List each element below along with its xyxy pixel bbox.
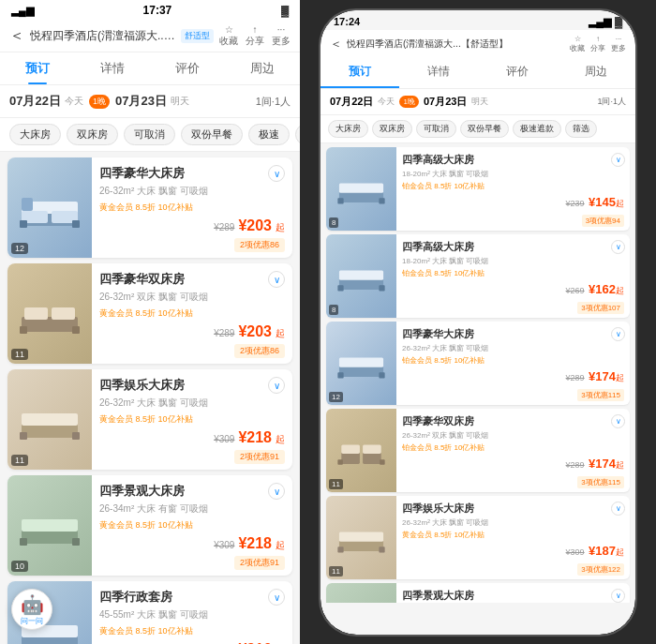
filter-double-bed[interactable]: 大床房 — [9, 124, 61, 145]
rp-img-num-2: 8 — [329, 305, 338, 315]
rp-room-card-4[interactable]: 11 ∨ 四季豪华双床房 26-32m² 双床 飘窗 可吸烟 铂金会员 8.5折… — [326, 409, 630, 492]
rp-filter-cancel[interactable]: 可取消 — [416, 120, 456, 138]
rp-tab-nearby[interactable]: 周边 — [557, 57, 635, 88]
price-unit-3: 起 — [276, 433, 285, 446]
rp-promo-2: 3项优惠107 — [577, 302, 624, 314]
ai-robot-icon: 🤖 — [21, 593, 44, 616]
rp-more-btn[interactable]: ··· 更多 — [611, 35, 626, 53]
rp-info-4: ∨ 四季豪华双床房 26-32m² 双床 飘窗 可吸烟 铂金会员 8.5折 10… — [396, 409, 630, 492]
share-button[interactable]: ↑ 分享 — [246, 24, 264, 48]
tab-details[interactable]: 详情 — [75, 52, 150, 84]
rp-share-label: 分享 — [590, 43, 605, 53]
room-desc-2: 26-32m² 双床 飘窗 可吸烟 — [99, 291, 285, 304]
tab-reviews[interactable]: 评价 — [150, 52, 225, 84]
room-card-4[interactable]: 10 ∨ 四季景观大床房 26-34m² 大床 有窗 可吸烟 黄金会员 8.5折… — [7, 475, 292, 576]
filter-more[interactable]: 筛选 — [295, 124, 300, 145]
rp-filter-more[interactable]: 筛选 — [565, 120, 597, 138]
rp-orig-1: ¥239 — [566, 199, 585, 208]
rp-expand-2[interactable]: ∨ — [611, 240, 625, 254]
room-card-3[interactable]: 11 ∨ 四季娱乐大床房 26-32m² 大床 飘窗 可吸烟 黄金会员 8.5折… — [7, 369, 292, 470]
price-unit-1: 起 — [276, 221, 285, 234]
svg-rect-8 — [24, 307, 48, 320]
ask-float-button[interactable]: 🤖 问一问 — [11, 589, 52, 630]
rp-room-card-5[interactable]: 11 ∨ 四季娱乐大床房 26-32m² 大床 飘窗 可吸烟 黄金会员 8.5折… — [326, 496, 630, 579]
svg-rect-10 — [20, 326, 27, 334]
more-button[interactable]: ··· 更多 — [272, 24, 291, 48]
rp-suffix-5: 起 — [616, 547, 624, 557]
rp-time: 17:24 — [334, 16, 360, 28]
collect-button[interactable]: ☆ 收藏 — [219, 24, 238, 48]
expand-icon-1[interactable]: ∨ — [268, 165, 285, 182]
rp-tab-reviews[interactable]: 评价 — [478, 57, 557, 88]
tab-booking[interactable]: 预订 — [0, 52, 75, 84]
price-row-3: ¥309 ¥218 起 — [99, 429, 285, 446]
filter-fast[interactable]: 极速 — [248, 124, 290, 145]
svg-rect-30 — [337, 285, 343, 291]
svg-rect-43 — [339, 532, 383, 542]
phone-screen: 17:24 ▂▄▆ ▓ ＜ 悦程四季酒店(渭澶福源大...【舒适型】 ☆ 收藏 … — [321, 10, 635, 635]
filter-breakfast[interactable]: 双份早餐 — [181, 124, 243, 145]
room-card-1[interactable]: 12 ∨ 四季豪华大床房 26-32m² 大床 飘窗 可吸烟 黄金会员 8.5折… — [7, 157, 292, 258]
rp-name-3: 四季豪华大床房 — [402, 327, 624, 341]
checkin-block[interactable]: 07月22日 今天 — [9, 93, 83, 110]
member-info-2: 黄金会员 8.5折 10亿补贴 — [99, 307, 285, 320]
svg-rect-40 — [337, 459, 343, 465]
original-price-2: ¥289 — [214, 328, 234, 338]
filter-twin-bed[interactable]: 双床房 — [67, 124, 118, 145]
svg-rect-15 — [72, 432, 80, 440]
room-name-4: 四季景观大床房 — [99, 483, 285, 500]
checkout-block[interactable]: 07月23日 明天 — [115, 93, 189, 110]
member-info-5: 黄金会员 8.5折 10亿补贴 — [99, 625, 285, 637]
rp-room-card-1[interactable]: 8 ∨ 四季高级大床房 18-20m² 大床 飘窗 可吸烟 铂金会员 8.5折 … — [326, 147, 630, 231]
current-price-2: ¥203 — [238, 323, 272, 340]
rp-tab-details[interactable]: 详情 — [399, 57, 478, 88]
svg-rect-34 — [337, 372, 343, 378]
status-bar: ▂▄▆ 17:37 ▓ — [0, 0, 300, 19]
room-image-2: 11 — [7, 263, 92, 364]
room-num-badge-1: 12 — [11, 243, 28, 254]
rp-filter-twin[interactable]: 双床房 — [372, 120, 412, 138]
filter-cancellable[interactable]: 可取消 — [124, 124, 175, 145]
status-left: ▂▄▆ — [11, 5, 34, 17]
rp-collect-btn[interactable]: ☆ 收藏 — [570, 35, 585, 53]
svg-rect-36 — [341, 452, 360, 464]
room-info-2: ∨ 四季豪华双床房 26-32m² 双床 飘窗 可吸烟 黄金会员 8.5折 10… — [92, 263, 292, 364]
room-num-badge-2: 11 — [11, 349, 28, 360]
rp-suffix-3: 起 — [616, 373, 624, 382]
rp-expand-1[interactable]: ∨ — [611, 153, 625, 167]
rp-img-num-1: 8 — [329, 217, 338, 228]
rp-more-label: 更多 — [611, 43, 626, 53]
room-list: 12 ∨ 四季豪华大床房 26-32m² 大床 飘窗 可吸烟 黄金会员 8.5折… — [0, 152, 300, 644]
rp-promo-4: 3项优惠115 — [577, 476, 624, 488]
rp-header-actions: ☆ 收藏 ↑ 分享 ··· 更多 — [570, 35, 626, 53]
rp-filter-double-bed[interactable]: 大床房 — [328, 120, 368, 138]
rp-filter-fast[interactable]: 极速遮款 — [513, 120, 561, 138]
original-price-4: ¥309 — [214, 540, 234, 550]
expand-icon-5[interactable]: ∨ — [268, 589, 285, 606]
tab-nearby[interactable]: 周边 — [225, 52, 300, 84]
rp-back-button[interactable]: ＜ — [330, 36, 342, 52]
expand-icon-4[interactable]: ∨ — [268, 483, 285, 500]
rp-expand-4[interactable]: ∨ — [611, 414, 625, 428]
expand-icon-3[interactable]: ∨ — [268, 377, 285, 394]
rp-img-num-5: 11 — [329, 566, 343, 577]
rp-room-card-6[interactable]: 10 ∨ 四季景观大床房 26-34m² 大床 有窗 可吸烟 黄金会员 8.5折… — [326, 583, 630, 603]
rp-filter-breakfast[interactable]: 双份早餐 — [460, 120, 509, 138]
back-button[interactable]: ＜ — [9, 26, 24, 46]
rp-expand-3[interactable]: ∨ — [611, 327, 625, 341]
rp-curr-3: ¥174 — [589, 369, 616, 383]
rp-share-btn[interactable]: ↑ 分享 — [590, 35, 605, 53]
rp-tab-booking[interactable]: 预订 — [321, 57, 399, 88]
current-price-4: ¥218 — [238, 535, 272, 552]
rp-suffix-4: 起 — [616, 460, 624, 470]
rp-room-card-2[interactable]: 8 ∨ 四季高级大床房 18-20m² 大床 飘窗 可吸烟 铂金会员 8.5折 … — [326, 234, 630, 318]
promo-badge-2: 2项优惠86 — [234, 344, 285, 358]
expand-icon-2[interactable]: ∨ — [268, 271, 285, 288]
rp-expand-5[interactable]: ∨ — [611, 502, 625, 516]
svg-rect-18 — [20, 538, 27, 546]
rp-expand-6[interactable]: ∨ — [611, 589, 625, 603]
room-card-2[interactable]: 11 ∨ 四季豪华双床房 26-32m² 双床 飘窗 可吸烟 黄金会员 8.5折… — [7, 263, 292, 364]
rp-hotel-title: 悦程四季酒店(渭澶福源大...【舒适型】 — [347, 37, 565, 51]
rp-room-card-3[interactable]: 12 ∨ 四季豪华大床房 26-32m² 大床 飘窗 可吸烟 铂金会员 8.5折… — [326, 322, 630, 405]
rp-orig-4: ¥289 — [566, 460, 585, 470]
